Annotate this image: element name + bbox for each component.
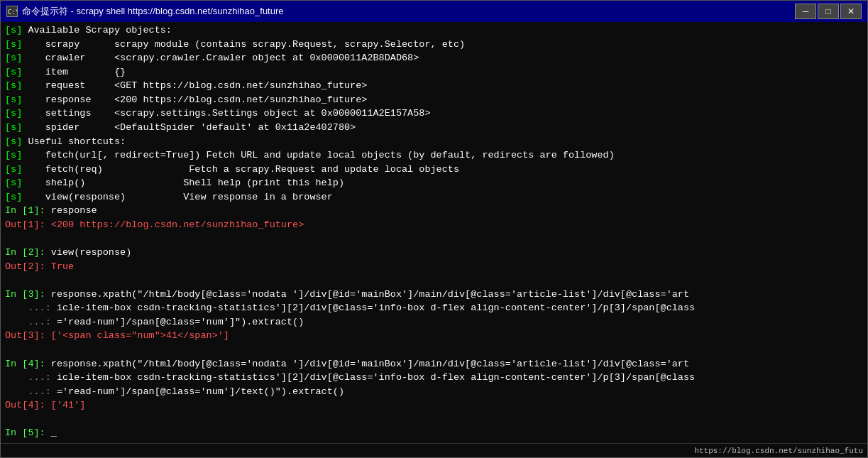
terminal-text: crawler <scrapy.crawler.Crawler object a…: [22, 53, 419, 63]
close-button[interactable]: ✕: [840, 4, 862, 19]
terminal-line: [s] settings <scrapy.settings.Settings o…: [5, 107, 863, 121]
terminal-line: [s] request <GET https://blog.csdn.net/s…: [5, 79, 863, 93]
terminal-text: In [1]:: [5, 205, 51, 216]
terminal-text: Useful shortcuts:: [28, 136, 126, 147]
terminal-line: [s] spider <DefaultSpider 'default' at 0…: [5, 121, 863, 135]
terminal-line: [5, 413, 863, 427]
terminal-text: [s]: [5, 25, 28, 36]
terminal-line: [s] fetch(url[, redirect=True]) Fetch UR…: [5, 148, 863, 163]
status-url: https://blog.csdn.net/sunzhihao_futu: [694, 447, 863, 455]
terminal-text: [s]: [5, 108, 22, 119]
terminal-line: [s] shelp() Shell help (print this help): [5, 176, 863, 190]
terminal-line: In [4]: response.xpath("/html/body[@clas…: [5, 357, 863, 371]
terminal-line: Out[2]: True: [5, 260, 863, 274]
terminal-line: [s] Available Scrapy objects:: [5, 23, 863, 38]
terminal-line: Out[1]: <200 https://blog.csdn.net/sunzh…: [5, 218, 863, 232]
terminal-line: ...: icle-item-box csdn-tracking-statist…: [5, 301, 863, 315]
terminal-line: [s] item {}: [5, 65, 863, 80]
terminal-line: ...: icle-item-box csdn-tracking-statist…: [5, 371, 863, 385]
terminal-text: _: [51, 427, 57, 438]
terminal-text: response: [51, 205, 97, 216]
terminal-output[interactable]: [s] Available Scrapy objects:[s] scrapy …: [1, 22, 867, 443]
terminal-text: spider <DefaultSpider 'default' at 0x11a…: [22, 122, 356, 133]
terminal-text: ...:: [5, 302, 57, 313]
terminal-text: response.xpath("/html/body[@class='nodat…: [51, 359, 689, 369]
terminal-line: ...: ='read-num']/span[@class='num']").e…: [5, 315, 863, 329]
terminal-text: scrapy scrapy module (contains scrapy.Re…: [22, 39, 465, 50]
terminal-line: In [1]: response: [5, 204, 863, 218]
terminal-line: [s] view(response) View response in a br…: [5, 190, 863, 205]
terminal-text: [s]: [5, 150, 22, 160]
terminal-text: ='read-num']/span[@class='num']").extrac…: [57, 317, 304, 327]
terminal-line: [5, 273, 863, 288]
terminal-text: Out[2]:: [5, 261, 51, 272]
cmd-icon: C:\: [6, 6, 18, 17]
terminal-line: Out[3]: ['<span class="num">41</span>']: [5, 329, 863, 343]
title-bar: C:\ 命令提示符 - scrapy shell https://blog.cs…: [1, 1, 867, 22]
terminal-text: ['<span class="num">41</span>']: [51, 330, 229, 341]
terminal-text: item {}: [22, 67, 126, 77]
terminal-text: ...:: [5, 386, 57, 397]
terminal-text: request <GET https://blog.csdn.net/sunzh…: [22, 80, 367, 91]
terminal-text: view(response): [51, 247, 131, 258]
terminal-line: [s] fetch(req) Fetch a scrapy.Request an…: [5, 163, 863, 177]
terminal-text: [s]: [5, 94, 22, 105]
terminal-text: icle-item-box csdn-tracking-statistics']…: [57, 302, 695, 313]
terminal-text: Out[1]:: [5, 219, 51, 230]
window-controls: ─ □ ✕: [795, 4, 862, 19]
terminal-text: In [3]:: [5, 289, 51, 300]
minimize-button[interactable]: ─: [795, 4, 816, 19]
terminal-text: response.xpath("/html/body[@class='nodat…: [51, 289, 689, 300]
window-title: 命令提示符 - scrapy shell https://blog.csdn.n…: [22, 5, 284, 18]
terminal-line: In [3]: response.xpath("/html/body[@clas…: [5, 288, 863, 302]
terminal-text: In [2]:: [5, 247, 51, 258]
terminal-text: [s]: [5, 178, 22, 188]
cmd-window: C:\ 命令提示符 - scrapy shell https://blog.cs…: [0, 0, 868, 458]
terminal-text: fetch(url[, redirect=True]) Fetch URL an…: [22, 150, 614, 160]
terminal-text: [s]: [5, 80, 22, 91]
terminal-text: In [4]:: [5, 359, 51, 369]
terminal-text: ...:: [5, 317, 57, 327]
terminal-text: Available Scrapy objects:: [28, 25, 172, 36]
terminal-text: [s]: [5, 122, 22, 133]
terminal-text: Out[3]:: [5, 330, 51, 341]
terminal-text: settings <scrapy.settings.Settings objec…: [22, 108, 430, 119]
terminal-text: icle-item-box csdn-tracking-statistics']…: [57, 372, 695, 383]
svg-text:C:\: C:\: [8, 9, 17, 16]
terminal-line: [s] crawler <scrapy.crawler.Crawler obje…: [5, 51, 863, 65]
terminal-line: In [2]: view(response): [5, 246, 863, 260]
terminal-text: In [5]:: [5, 427, 51, 438]
terminal-text: [s]: [5, 67, 22, 77]
terminal-line: In [5]: _: [5, 426, 863, 440]
terminal-text: [s]: [5, 192, 22, 202]
title-bar-left: C:\ 命令提示符 - scrapy shell https://blog.cs…: [6, 5, 284, 18]
terminal-text: [s]: [5, 136, 28, 147]
terminal-text: fetch(req) Fetch a scrapy.Request and up…: [22, 164, 459, 175]
terminal-line: [s] response <200 https://blog.csdn.net/…: [5, 93, 863, 107]
terminal-text: [s]: [5, 39, 22, 50]
terminal-line: [5, 343, 863, 357]
terminal-text: [s]: [5, 53, 22, 63]
maximize-button[interactable]: □: [818, 4, 839, 19]
terminal-text: True: [51, 261, 74, 272]
terminal-text: <200 https://blog.csdn.net/sunzhihao_fut…: [51, 219, 304, 230]
terminal-text: response <200 https://blog.csdn.net/sunz…: [22, 94, 367, 105]
terminal-text: ['41']: [51, 400, 86, 410]
terminal-line: [s] Useful shortcuts:: [5, 135, 863, 149]
terminal-text: Out[4]:: [5, 400, 51, 410]
terminal-text: ='read-num']/span[@class='num']/text()")…: [57, 386, 344, 397]
terminal-line: Out[4]: ['41']: [5, 398, 863, 413]
terminal-line: [5, 231, 863, 246]
terminal-text: view(response) View response in a browse…: [22, 192, 332, 202]
terminal-text: [s]: [5, 164, 22, 175]
terminal-text: shelp() Shell help (print this help): [22, 178, 344, 188]
status-bar: https://blog.csdn.net/sunzhihao_futu: [1, 443, 867, 457]
terminal-text: ...:: [5, 372, 57, 383]
terminal-line: [s] scrapy scrapy module (contains scrap…: [5, 38, 863, 52]
terminal-line: ...: ='read-num']/span[@class='num']/tex…: [5, 385, 863, 399]
